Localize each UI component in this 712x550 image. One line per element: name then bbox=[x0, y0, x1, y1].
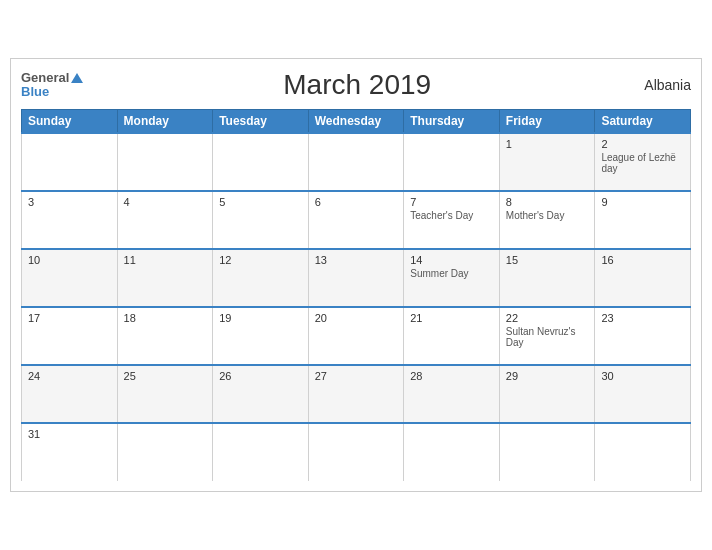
day-number: 11 bbox=[124, 254, 207, 266]
logo-general-text: General bbox=[21, 71, 83, 85]
calendar-cell: 13 bbox=[308, 249, 404, 307]
logo: General Blue bbox=[21, 71, 83, 100]
col-header-tuesday: Tuesday bbox=[213, 110, 309, 134]
calendar-cell: 8Mother's Day bbox=[499, 191, 595, 249]
week-row-2: 1011121314Summer Day1516 bbox=[22, 249, 691, 307]
calendar-cell: 28 bbox=[404, 365, 500, 423]
calendar-cell: 9 bbox=[595, 191, 691, 249]
day-number: 4 bbox=[124, 196, 207, 208]
calendar-cell: 16 bbox=[595, 249, 691, 307]
day-number: 2 bbox=[601, 138, 684, 150]
calendar-cell: 17 bbox=[22, 307, 118, 365]
calendar-cell: 10 bbox=[22, 249, 118, 307]
calendar-cell: 29 bbox=[499, 365, 595, 423]
day-number: 14 bbox=[410, 254, 493, 266]
calendar-cell: 21 bbox=[404, 307, 500, 365]
week-row-0: 12League of Lezhë day bbox=[22, 133, 691, 191]
day-number: 24 bbox=[28, 370, 111, 382]
calendar-cell bbox=[117, 133, 213, 191]
calendar-cell bbox=[117, 423, 213, 481]
calendar-title: March 2019 bbox=[83, 69, 631, 101]
calendar-cell: 15 bbox=[499, 249, 595, 307]
calendar-cell: 20 bbox=[308, 307, 404, 365]
col-header-sunday: Sunday bbox=[22, 110, 118, 134]
week-row-5: 31 bbox=[22, 423, 691, 481]
calendar-cell bbox=[213, 423, 309, 481]
day-number: 30 bbox=[601, 370, 684, 382]
calendar-cell bbox=[499, 423, 595, 481]
col-header-saturday: Saturday bbox=[595, 110, 691, 134]
calendar-cell bbox=[404, 133, 500, 191]
day-number: 23 bbox=[601, 312, 684, 324]
day-number: 7 bbox=[410, 196, 493, 208]
day-number: 12 bbox=[219, 254, 302, 266]
day-number: 5 bbox=[219, 196, 302, 208]
calendar-cell: 19 bbox=[213, 307, 309, 365]
calendar-cell bbox=[22, 133, 118, 191]
calendar-cell bbox=[213, 133, 309, 191]
logo-triangle-icon bbox=[71, 73, 83, 83]
calendar-header: General Blue March 2019 Albania bbox=[21, 69, 691, 101]
calendar-cell: 3 bbox=[22, 191, 118, 249]
day-number: 17 bbox=[28, 312, 111, 324]
calendar-cell bbox=[595, 423, 691, 481]
col-header-wednesday: Wednesday bbox=[308, 110, 404, 134]
day-number: 20 bbox=[315, 312, 398, 324]
day-number: 6 bbox=[315, 196, 398, 208]
calendar-cell bbox=[308, 423, 404, 481]
day-number: 21 bbox=[410, 312, 493, 324]
day-number: 26 bbox=[219, 370, 302, 382]
col-header-monday: Monday bbox=[117, 110, 213, 134]
day-number: 31 bbox=[28, 428, 111, 440]
day-event: Teacher's Day bbox=[410, 210, 493, 221]
calendar-cell: 12 bbox=[213, 249, 309, 307]
week-row-3: 171819202122Sultan Nevruz's Day23 bbox=[22, 307, 691, 365]
day-number: 28 bbox=[410, 370, 493, 382]
day-number: 16 bbox=[601, 254, 684, 266]
day-number: 8 bbox=[506, 196, 589, 208]
calendar-cell: 5 bbox=[213, 191, 309, 249]
day-number: 25 bbox=[124, 370, 207, 382]
day-number: 15 bbox=[506, 254, 589, 266]
calendar-cell bbox=[308, 133, 404, 191]
calendar-cell: 27 bbox=[308, 365, 404, 423]
calendar-container: General Blue March 2019 Albania SundayMo… bbox=[10, 58, 702, 492]
day-number: 13 bbox=[315, 254, 398, 266]
calendar-cell: 30 bbox=[595, 365, 691, 423]
logo-blue-text: Blue bbox=[21, 85, 49, 99]
col-header-thursday: Thursday bbox=[404, 110, 500, 134]
calendar-cell: 31 bbox=[22, 423, 118, 481]
calendar-cell: 22Sultan Nevruz's Day bbox=[499, 307, 595, 365]
calendar-cell: 6 bbox=[308, 191, 404, 249]
calendar-cell: 4 bbox=[117, 191, 213, 249]
calendar-cell: 26 bbox=[213, 365, 309, 423]
day-number: 29 bbox=[506, 370, 589, 382]
calendar-cell: 18 bbox=[117, 307, 213, 365]
day-event: Summer Day bbox=[410, 268, 493, 279]
week-row-4: 24252627282930 bbox=[22, 365, 691, 423]
day-number: 27 bbox=[315, 370, 398, 382]
calendar-country: Albania bbox=[631, 77, 691, 93]
calendar-cell bbox=[404, 423, 500, 481]
day-number: 9 bbox=[601, 196, 684, 208]
calendar-cell: 24 bbox=[22, 365, 118, 423]
day-event: Mother's Day bbox=[506, 210, 589, 221]
calendar-header-row: SundayMondayTuesdayWednesdayThursdayFrid… bbox=[22, 110, 691, 134]
day-number: 3 bbox=[28, 196, 111, 208]
calendar-cell: 11 bbox=[117, 249, 213, 307]
calendar-cell: 14Summer Day bbox=[404, 249, 500, 307]
calendar-cell: 1 bbox=[499, 133, 595, 191]
day-event: Sultan Nevruz's Day bbox=[506, 326, 589, 348]
calendar-cell: 25 bbox=[117, 365, 213, 423]
day-number: 1 bbox=[506, 138, 589, 150]
calendar-table: SundayMondayTuesdayWednesdayThursdayFrid… bbox=[21, 109, 691, 481]
day-number: 10 bbox=[28, 254, 111, 266]
calendar-cell: 2League of Lezhë day bbox=[595, 133, 691, 191]
col-header-friday: Friday bbox=[499, 110, 595, 134]
day-number: 18 bbox=[124, 312, 207, 324]
day-event: League of Lezhë day bbox=[601, 152, 684, 174]
week-row-1: 34567Teacher's Day8Mother's Day9 bbox=[22, 191, 691, 249]
calendar-cell: 7Teacher's Day bbox=[404, 191, 500, 249]
calendar-cell: 23 bbox=[595, 307, 691, 365]
day-number: 19 bbox=[219, 312, 302, 324]
